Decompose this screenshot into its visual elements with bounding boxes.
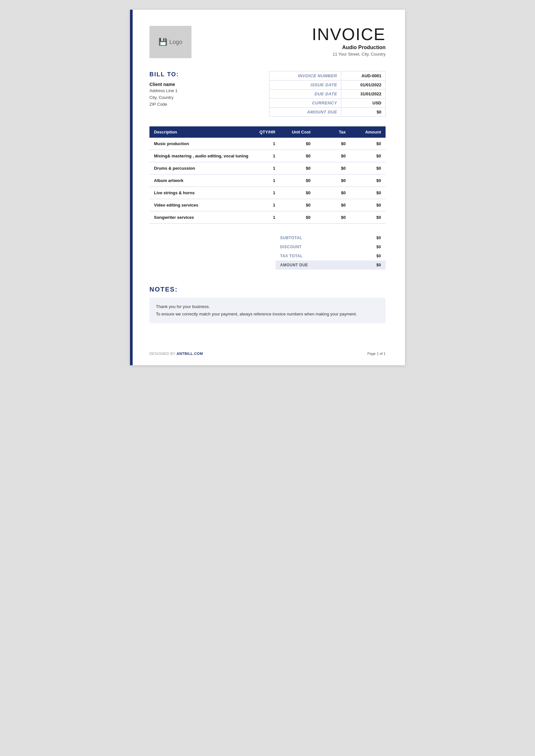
info-value: AUD-0001 (341, 71, 385, 80)
item-qty: 1 (255, 211, 280, 224)
totals-section: SUBTOTAL $0 DISCOUNT $0 TAX TOTAL $0 AMO… (150, 233, 385, 270)
notes-box: Thank you for your business. To ensure w… (150, 298, 385, 323)
amount-due-row: AMOUNT DUE $0 (276, 260, 385, 270)
notes-heading: NOTES: (150, 286, 385, 293)
item-description: Music production (150, 138, 255, 150)
client-name: Client name (150, 82, 269, 87)
col-qty: QTY/HR (255, 126, 280, 138)
logo-box: 💾 Logo (150, 26, 191, 58)
info-label: CURRENCY (269, 98, 341, 108)
col-unit-cost: Unit Cost (280, 126, 315, 138)
item-amount: $0 (350, 150, 385, 162)
info-table-row: AMOUNT DUE$0 (269, 108, 385, 117)
designed-by-prefix: DESIGNED BY (150, 352, 177, 356)
table-row: Live strings & horns 1 $0 $0 $0 (150, 187, 385, 199)
info-value: $0 (341, 108, 385, 117)
footer-left: DESIGNED BY ANTBILL.COM (150, 352, 203, 356)
table-row: Album artwork 1 $0 $0 $0 (150, 175, 385, 187)
item-unit-cost: $0 (280, 138, 315, 150)
item-description: Songwriter services (150, 211, 255, 224)
table-row: Music production 1 $0 $0 $0 (150, 138, 385, 150)
table-row: Drums & percussion 1 $0 $0 $0 (150, 162, 385, 175)
invoice-info-table: INVOICE NUMBERAUD-0001ISSUE DATE01/01/20… (269, 71, 385, 117)
item-qty: 1 (255, 162, 280, 175)
amount-due-label: AMOUNT DUE (280, 263, 308, 267)
item-description: Mixing& mastering , audio editing, vocal… (150, 150, 255, 162)
item-description: Live strings & horns (150, 187, 255, 199)
item-qty: 1 (255, 150, 280, 162)
item-unit-cost: $0 (280, 187, 315, 199)
item-description: Video editing services (150, 199, 255, 211)
info-table-row: INVOICE NUMBERAUD-0001 (269, 71, 385, 80)
logo-label: Logo (169, 39, 182, 45)
item-amount: $0 (350, 187, 385, 199)
item-qty: 1 (255, 187, 280, 199)
table-row: Video editing services 1 $0 $0 $0 (150, 199, 385, 211)
totals-table: SUBTOTAL $0 DISCOUNT $0 TAX TOTAL $0 AMO… (276, 233, 385, 270)
info-label: ISSUE DATE (269, 80, 341, 90)
item-unit-cost: $0 (280, 175, 315, 187)
items-table-body: Music production 1 $0 $0 $0 Mixing& mast… (150, 138, 385, 224)
col-description: Description (150, 126, 255, 138)
info-label: INVOICE NUMBER (269, 71, 341, 80)
company-name: Audio Production (312, 44, 385, 50)
info-table-row: CURRENCYUSD (269, 98, 385, 108)
header-section: 💾 Logo INVOICE Audio Production 11 Your … (150, 26, 385, 58)
item-description: Album artwork (150, 175, 255, 187)
left-accent-bar (130, 10, 133, 365)
info-value: USD (341, 98, 385, 108)
item-qty: 1 (255, 175, 280, 187)
footer-right: Page 1 of 1 (367, 352, 385, 356)
item-qty: 1 (255, 199, 280, 211)
item-tax: $0 (315, 162, 350, 175)
item-unit-cost: $0 (280, 162, 315, 175)
subtotal-label: SUBTOTAL (280, 236, 302, 240)
invoice-page: 💾 Logo INVOICE Audio Production 11 Your … (130, 10, 405, 365)
info-label: AMOUNT DUE (269, 108, 341, 117)
item-description: Drums & percussion (150, 162, 255, 175)
item-tax: $0 (315, 175, 350, 187)
logo-icon: 💾 (158, 38, 167, 46)
item-amount: $0 (350, 162, 385, 175)
item-amount: $0 (350, 199, 385, 211)
invoice-title: INVOICE (312, 26, 385, 43)
subtotal-row: SUBTOTAL $0 (276, 233, 385, 242)
info-value: 31/01/2022 (341, 90, 385, 98)
item-qty: 1 (255, 138, 280, 150)
item-unit-cost: $0 (280, 199, 315, 211)
table-row: Songwriter services 1 $0 $0 $0 (150, 211, 385, 224)
address-line1: Address Line 1 (150, 88, 269, 94)
discount-row: DISCOUNT $0 (276, 242, 385, 252)
discount-label: DISCOUNT (280, 245, 302, 249)
col-tax: Tax (315, 126, 350, 138)
company-address: 11 Your Street, City, Country (312, 52, 385, 57)
info-label: DUE DATE (269, 90, 341, 98)
item-amount: $0 (350, 138, 385, 150)
bill-info-section: BILL TO: Client name Address Line 1 City… (150, 71, 385, 117)
address-line3: ZIP Code (150, 101, 269, 108)
notes-line1: Thank you for your business. (156, 303, 379, 310)
notes-line2: To ensure we correctly match your paymen… (156, 310, 379, 318)
item-tax: $0 (315, 211, 350, 224)
address-line2: City, Country (150, 94, 269, 101)
discount-value: $0 (377, 245, 381, 249)
item-tax: $0 (315, 187, 350, 199)
items-table: Description QTY/HR Unit Cost Tax Amount … (150, 126, 385, 224)
item-tax: $0 (315, 199, 350, 211)
item-amount: $0 (350, 175, 385, 187)
col-amount: Amount (350, 126, 385, 138)
invoice-title-block: INVOICE Audio Production 11 Your Street,… (312, 26, 385, 57)
table-row: Mixing& mastering , audio editing, vocal… (150, 150, 385, 162)
tax-total-value: $0 (377, 254, 381, 258)
amount-due-value: $0 (377, 263, 381, 267)
item-tax: $0 (315, 138, 350, 150)
antbill-link[interactable]: ANTBILL.COM (177, 352, 203, 356)
notes-section: NOTES: Thank you for your business. To e… (150, 286, 385, 323)
info-value: 01/01/2022 (341, 80, 385, 90)
bill-to-heading: BILL TO: (150, 71, 269, 78)
bill-to-block: BILL TO: Client name Address Line 1 City… (150, 71, 269, 108)
tax-total-row: TAX TOTAL $0 (276, 252, 385, 260)
item-tax: $0 (315, 150, 350, 162)
footer: DESIGNED BY ANTBILL.COM Page 1 of 1 (150, 352, 385, 356)
item-unit-cost: $0 (280, 150, 315, 162)
